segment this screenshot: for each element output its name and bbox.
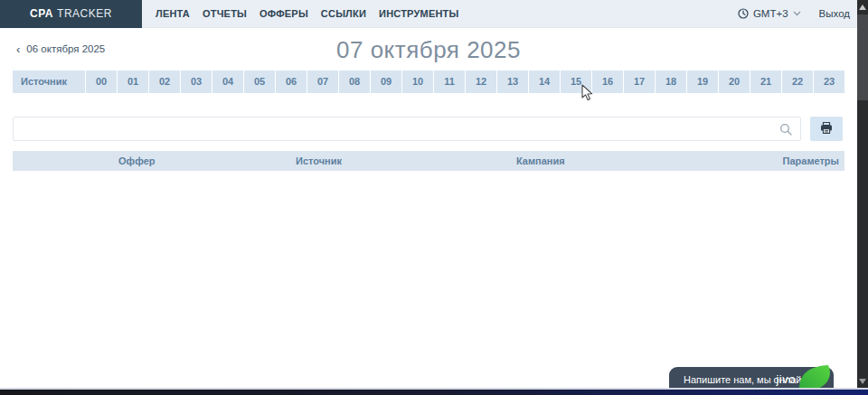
hour-cell: 20	[718, 71, 750, 93]
chevron-down-icon	[793, 11, 801, 16]
timezone-selector[interactable]: GMT+3	[738, 8, 801, 19]
hour-cell: 11	[433, 71, 465, 93]
hour-cell: 04	[212, 71, 243, 93]
hour-cell: 22	[781, 71, 813, 93]
scrollbar-thumb[interactable]	[857, 14, 868, 100]
table-header-row: Оффер Источник Кампания Параметры	[13, 151, 844, 171]
search-icon	[779, 123, 792, 139]
hour-cells: 0001020304050607080910111213141516171819…	[85, 71, 844, 93]
menu-item-offery[interactable]: ОФФЕРЫ	[259, 8, 308, 19]
printer-icon	[820, 122, 833, 136]
hour-cell: 19	[686, 71, 718, 93]
brand-light: TRACKER	[57, 7, 112, 20]
window-bottom-edge	[0, 388, 868, 395]
menu-item-ssylki[interactable]: ССЫЛКИ	[321, 8, 366, 19]
brand-logo[interactable]: CPA TRACKER	[0, 0, 142, 28]
logout-link[interactable]: Выход	[819, 8, 850, 19]
hour-cell: 01	[117, 71, 148, 93]
hour-cell: 23	[813, 71, 844, 93]
column-header-offer: Оффер	[111, 151, 288, 171]
hour-cell: 02	[148, 71, 180, 93]
hour-cell: 17	[623, 71, 655, 93]
hour-cell: 08	[338, 71, 370, 93]
menu-item-lenta[interactable]: ЛЕНТА	[156, 8, 190, 19]
hour-cell: 14	[528, 71, 560, 93]
vertical-scrollbar[interactable]	[857, 0, 868, 395]
hour-cell: 13	[496, 71, 528, 93]
column-header-empty	[13, 151, 111, 171]
hour-cell: 09	[370, 71, 401, 93]
hour-cell: 16	[591, 71, 623, 93]
hour-cell: 00	[85, 71, 117, 93]
column-header-parameters: Параметры	[736, 151, 844, 171]
page-title: 07 октября 2025	[0, 36, 857, 64]
timezone-label: GMT+3	[753, 8, 788, 19]
topbar: CPA TRACKER ЛЕНТА ОТЧЕТЫ ОФФЕРЫ ССЫЛКИ И…	[0, 0, 857, 28]
app-window: CPA TRACKER ЛЕНТА ОТЧЕТЫ ОФФЕРЫ ССЫЛКИ И…	[0, 0, 868, 395]
jivo-logo: jivo	[776, 372, 796, 386]
column-header-campaign: Кампания	[509, 151, 736, 171]
scroll-down-arrow-icon[interactable]	[859, 379, 866, 384]
hour-cell: 21	[750, 71, 781, 93]
brand-bold: CPA	[30, 7, 53, 20]
source-column-header: Источник	[13, 71, 85, 93]
hours-header-row: Источник 0001020304050607080910111213141…	[13, 71, 844, 93]
hour-cell: 12	[465, 71, 496, 93]
menu-item-instrumenty[interactable]: ИНСТРУМЕНТЫ	[379, 8, 458, 19]
hour-cell: 18	[655, 71, 686, 93]
hour-cell: 10	[401, 71, 433, 93]
hour-cell: 06	[275, 71, 307, 93]
column-header-source: Источник	[288, 151, 509, 171]
main-menu: ЛЕНТА ОТЧЕТЫ ОФФЕРЫ ССЫЛКИ ИНСТРУМЕНТЫ	[156, 8, 458, 19]
search-input[interactable]	[14, 118, 800, 140]
clock-icon	[738, 8, 749, 19]
hour-cell: 05	[243, 71, 275, 93]
search-box	[13, 117, 801, 141]
hour-cell: 07	[307, 71, 338, 93]
hour-cell: 15	[560, 71, 591, 93]
topbar-right: GMT+3 Выход	[738, 8, 857, 19]
menu-item-otchety[interactable]: ОТЧЕТЫ	[203, 8, 247, 19]
scroll-up-arrow-icon[interactable]	[859, 5, 866, 10]
print-button[interactable]	[810, 117, 843, 141]
hour-cell: 03	[180, 71, 212, 93]
